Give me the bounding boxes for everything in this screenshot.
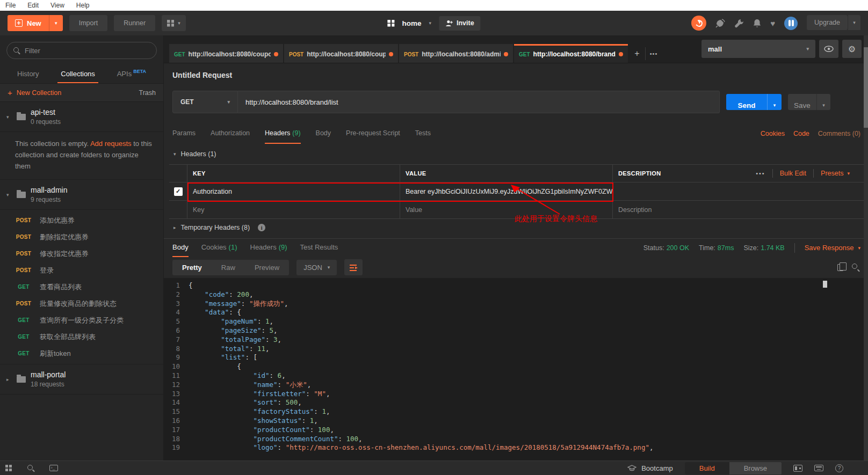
window-scrollbar[interactable] [864, 35, 868, 461]
collection-api-test[interactable]: ▾ api-test 0 requests [0, 102, 163, 132]
header-value[interactable]: Bearer eyJhbGciOiJIUzUxMiJ9.eyJzdWIiOiJh… [406, 188, 613, 195]
favorites-heart-icon[interactable]: ♥ [770, 19, 775, 28]
upgrade-button[interactable]: Upgrade [807, 15, 848, 30]
menu-edit[interactable]: Edit [26, 2, 45, 9]
view-pretty[interactable]: Pretty [172, 260, 212, 275]
menu-file[interactable]: File [4, 2, 22, 9]
code-link[interactable]: Code [793, 130, 809, 137]
format-selector[interactable]: JSON ▾ [296, 260, 337, 275]
notifications-bell-icon[interactable] [753, 19, 761, 28]
cookies-link[interactable]: Cookies [761, 130, 785, 137]
collection-mall-admin[interactable]: ▾ mall-admin 9 requests [0, 180, 163, 210]
tab-pre-request-script[interactable]: Pre-request Script [346, 123, 400, 144]
scrollbar-thumb[interactable] [864, 47, 868, 128]
tab-tests[interactable]: Tests [415, 123, 431, 144]
request-item[interactable]: GET查看商品列表 [0, 279, 163, 295]
search-icon[interactable] [852, 264, 859, 271]
collection-mall-portal[interactable]: ▸ mall-portal 18 requests [0, 364, 163, 394]
request-tab[interactable]: GET http://localhost:8080/coupon... [169, 44, 283, 63]
request-title[interactable]: Untitled Request [172, 71, 232, 79]
invite-button[interactable]: Invite [439, 16, 481, 31]
header-key[interactable]: Authorization [193, 188, 232, 195]
settings-button[interactable]: ⚙ [842, 40, 862, 58]
sidebar-toggle-icon[interactable] [5, 465, 12, 472]
request-item[interactable]: GET获取全部品牌列表 [0, 328, 163, 345]
request-item[interactable]: GET查询所有一级分类及子分类 [0, 312, 163, 328]
url-input[interactable] [238, 91, 720, 113]
response-body-code[interactable]: 1{2 "code": 200,3 "message": "操作成功",4 "d… [164, 278, 868, 461]
tab-options-button[interactable]: ••• [646, 44, 662, 63]
help-icon[interactable] [835, 464, 843, 472]
menu-help[interactable]: Help [75, 2, 96, 9]
request-item[interactable]: POST删除指定优惠券 [0, 229, 163, 245]
menu-view[interactable]: View [49, 2, 71, 9]
request-item[interactable]: POST登录 [0, 262, 163, 279]
environment-quick-look-button[interactable] [819, 40, 838, 58]
add-requests-link[interactable]: Add requests [90, 140, 132, 148]
beautify-button[interactable] [344, 259, 363, 275]
comments-link[interactable]: Comments (0) [818, 130, 860, 137]
tab-collections[interactable]: Collections [57, 65, 98, 83]
code-scrollbar-thumb[interactable] [823, 281, 827, 288]
view-preview[interactable]: Preview [245, 260, 289, 275]
new-tab-button[interactable]: + [629, 44, 645, 63]
browse-button[interactable]: Browse [729, 462, 782, 474]
copy-icon[interactable] [837, 264, 843, 271]
upgrade-dropdown-button[interactable]: ▾ [848, 15, 860, 30]
environment-selector[interactable]: mall ▾ [701, 40, 815, 58]
description-placeholder[interactable]: Description [618, 206, 652, 214]
workspace-chevron-icon[interactable]: ▾ [429, 20, 431, 26]
response-tab-headers[interactable]: Headers(9) [250, 239, 287, 257]
send-button[interactable]: Send [726, 94, 767, 110]
key-placeholder[interactable]: Key [193, 206, 205, 214]
presets-dropdown[interactable]: Presets▾ [821, 170, 850, 177]
new-dropdown-button[interactable]: ▾ [49, 15, 63, 31]
response-tab-cookies[interactable]: Cookies(1) [201, 239, 237, 257]
tab-history[interactable]: History [14, 65, 42, 83]
row-checkbox[interactable] [174, 187, 183, 196]
trash-button[interactable]: Trash [139, 89, 156, 97]
runner-button[interactable]: Runner [114, 15, 155, 31]
send-dropdown-button[interactable]: ▾ [767, 94, 782, 110]
more-options-icon[interactable] [756, 170, 765, 177]
settings-wrench-icon[interactable] [735, 19, 744, 28]
new-button[interactable]: + New [8, 15, 49, 31]
console-icon[interactable] [49, 465, 58, 471]
chevron-down-icon[interactable]: ▾ [6, 192, 12, 198]
keyboard-shortcuts-icon[interactable] [814, 465, 823, 471]
tab-params[interactable]: Params [172, 123, 196, 144]
workspace-name[interactable]: home [402, 19, 421, 27]
request-item[interactable]: GET刷新token [0, 345, 163, 362]
tab-apis[interactable]: APIsBETA [114, 65, 149, 83]
two-pane-layout-icon[interactable] [793, 465, 802, 472]
bootcamp-button[interactable]: Bootcamp [627, 464, 673, 472]
info-icon[interactable]: i [258, 224, 265, 231]
chevron-down-icon[interactable]: ▾ [6, 114, 12, 120]
build-button[interactable]: Build [685, 462, 729, 474]
request-item[interactable]: POST添加优惠券 [0, 212, 163, 229]
headers-accordion[interactable]: ▾ Headers (1) [164, 144, 868, 164]
tab-headers[interactable]: Headers(9) [265, 123, 301, 144]
account-badge-icon[interactable] [784, 17, 798, 30]
request-tab[interactable]: POST http://localhost:8080/admin... [399, 44, 513, 63]
open-new-window-button[interactable]: ▾ [162, 15, 186, 31]
chevron-right-icon[interactable]: ▸ [6, 377, 12, 382]
method-selector[interactable]: GET ▾ [172, 91, 238, 113]
view-raw[interactable]: Raw [212, 260, 245, 275]
sync-status-icon[interactable] [691, 16, 706, 31]
value-placeholder[interactable]: Value [406, 206, 422, 214]
find-icon[interactable] [27, 465, 34, 472]
response-tab-test-results[interactable]: Test Results [300, 239, 338, 257]
request-tab[interactable]: POST http://localhost:8080/coupo... [284, 44, 398, 63]
request-item[interactable]: POST批量修改商品的删除状态 [0, 295, 163, 312]
new-collection-button[interactable]: +New Collection [8, 88, 61, 97]
save-button[interactable]: Save [788, 94, 816, 110]
request-tab-active[interactable]: GET http://localhost:8080/brand/list [514, 44, 628, 63]
tab-body[interactable]: Body [316, 123, 331, 144]
response-tab-body[interactable]: Body [172, 239, 189, 257]
save-dropdown-button[interactable]: ▾ [816, 94, 830, 110]
request-item[interactable]: POST修改指定优惠券 [0, 245, 163, 262]
filter-input[interactable] [25, 47, 150, 55]
api-network-icon[interactable] [715, 19, 726, 28]
save-response-button[interactable]: Save Response▾ [805, 244, 860, 252]
